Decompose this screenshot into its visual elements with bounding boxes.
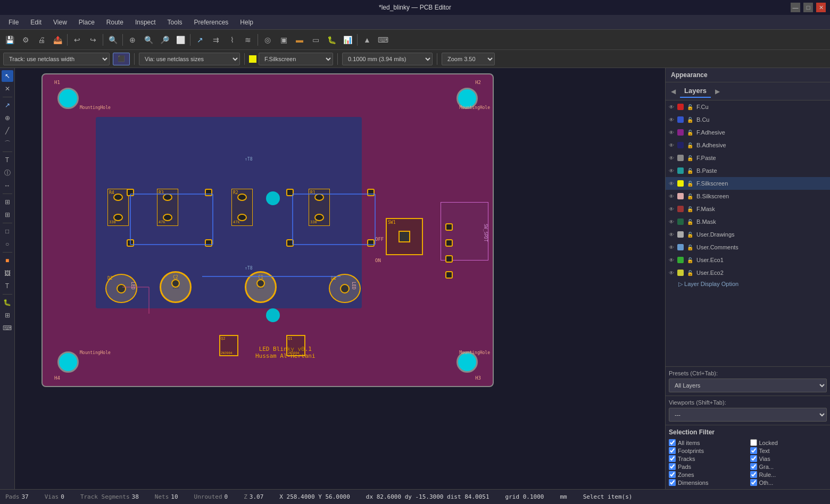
sf-other-check[interactable] bbox=[750, 479, 757, 486]
layer-row-fadhesive[interactable]: 👁 🔓 F.Adhesive bbox=[666, 126, 830, 139]
track-width-select[interactable]: Track: use netclass width bbox=[3, 53, 110, 65]
board-setup-icon[interactable]: ⚙ bbox=[18, 32, 33, 47]
viewports-select[interactable]: --- bbox=[669, 408, 827, 422]
fadhesive-lock[interactable]: 🔓 bbox=[687, 130, 693, 136]
fcu-visibility[interactable]: 👁 bbox=[669, 104, 674, 110]
layer-row-bmask[interactable]: 👁 🔓 B.Mask bbox=[666, 215, 830, 228]
save-icon[interactable]: 💾 bbox=[2, 32, 17, 47]
component-q1[interactable]: Q1 2N3904 bbox=[286, 335, 305, 356]
layers-panel[interactable]: ◀ Layers ▶ 👁 🔓 F.Cu 👁 🔓 B.Cu 👁 🔓 bbox=[666, 82, 830, 366]
ueco1-visibility[interactable]: 👁 bbox=[669, 257, 674, 263]
print-icon[interactable]: 🖨 bbox=[34, 32, 49, 47]
via-tool[interactable]: ⊕ bbox=[2, 112, 13, 124]
bpaste-lock[interactable]: 🔓 bbox=[687, 168, 693, 174]
bsilk-lock[interactable]: 🔓 bbox=[687, 194, 693, 199]
layer-row-bsilkscreen[interactable]: 👁 🔓 B.Silkscreen bbox=[666, 190, 830, 203]
sf-text[interactable]: Text bbox=[750, 447, 827, 454]
add-label-tool[interactable]: ⓛ bbox=[2, 167, 13, 179]
menu-edit[interactable]: Edit bbox=[25, 17, 47, 28]
route-diff-icon[interactable]: ⇉ bbox=[209, 32, 223, 47]
menu-tools[interactable]: Tools bbox=[162, 17, 188, 28]
ueco1-lock[interactable]: 🔓 bbox=[687, 257, 693, 263]
udrawings-visibility[interactable]: 👁 bbox=[669, 232, 674, 238]
ueco2-visibility[interactable]: 👁 bbox=[669, 270, 674, 276]
netinspect-icon[interactable]: 📊 bbox=[340, 32, 355, 47]
sf-footprints[interactable]: Footprints bbox=[669, 447, 746, 454]
track-width-btn[interactable]: ⬛ bbox=[113, 53, 130, 65]
zoom-out-icon[interactable]: 🔎 bbox=[157, 32, 172, 47]
sf-ruleareas[interactable]: Rule... bbox=[750, 471, 827, 478]
layer-row-usereco1[interactable]: 👁 🔓 User.Eco1 bbox=[666, 254, 830, 266]
menu-route[interactable]: Route bbox=[101, 17, 129, 28]
sf-dimensions[interactable]: Dimensions bbox=[669, 479, 746, 486]
minimize-button[interactable]: — bbox=[791, 3, 800, 12]
add-via-icon[interactable]: ◎ bbox=[260, 32, 275, 47]
bcu-visibility[interactable]: 👁 bbox=[669, 117, 674, 123]
menu-place[interactable]: Place bbox=[73, 17, 100, 28]
fsilk-visibility[interactable]: 👁 bbox=[669, 181, 674, 187]
component-r2[interactable]: R2 47k bbox=[231, 189, 253, 226]
draw-circle-tool[interactable]: ○ bbox=[2, 238, 13, 250]
component-r3[interactable]: R3 47k bbox=[157, 189, 178, 226]
zoom-in-icon[interactable]: 🔍 bbox=[141, 32, 156, 47]
measure-tool[interactable]: ↔ bbox=[2, 180, 13, 191]
bmask-visibility[interactable]: 👁 bbox=[669, 219, 674, 225]
menu-preferences[interactable]: Preferences bbox=[189, 17, 234, 28]
add-footprint-tool[interactable]: ⊞ bbox=[2, 196, 13, 208]
scripting-console-tool[interactable]: ⌨ bbox=[2, 322, 13, 334]
layer-display-option[interactable]: ▷ Layer Display Option bbox=[666, 279, 830, 289]
layer-row-fsilkscreen[interactable]: 👁 🔓 F.Silkscreen bbox=[666, 177, 830, 190]
dimension-tool[interactable]: T bbox=[2, 280, 13, 292]
bpaste-visibility[interactable]: 👁 bbox=[669, 168, 674, 174]
component-q2[interactable]: Q2 2N3904 bbox=[219, 335, 238, 356]
fcu-lock[interactable]: 🔓 bbox=[687, 104, 693, 110]
cross-tool[interactable]: ✕ bbox=[2, 83, 13, 95]
canvas-area[interactable]: H1 H2 H4 H3 MountingHole MountingHole Mo… bbox=[15, 68, 665, 489]
bcu-lock[interactable]: 🔓 bbox=[687, 117, 693, 123]
sf-vias-check[interactable] bbox=[750, 455, 757, 462]
scripting-icon[interactable]: ⌨ bbox=[376, 32, 391, 47]
drc-tool[interactable]: 🐛 bbox=[2, 297, 13, 308]
layer-row-fcu[interactable]: 👁 🔓 F.Cu bbox=[666, 100, 830, 113]
layer-row-bpaste[interactable]: 👁 🔓 B.Paste bbox=[666, 164, 830, 177]
sf-pads-check[interactable] bbox=[669, 463, 676, 470]
menu-file[interactable]: File bbox=[3, 17, 24, 28]
grid-settings-tool[interactable]: ⊞ bbox=[2, 309, 13, 321]
menu-inspect[interactable]: Inspect bbox=[130, 17, 161, 28]
ucomments-visibility[interactable]: 👁 bbox=[669, 245, 674, 250]
draw-line-tool[interactable]: ╱ bbox=[2, 125, 13, 137]
fill-zones-icon[interactable]: ▬ bbox=[292, 32, 307, 47]
component-r1[interactable]: R1 330 bbox=[309, 189, 330, 226]
layer-row-fpaste[interactable]: 👁 🔓 F.Paste bbox=[666, 152, 830, 164]
select-tool[interactable]: ↖ bbox=[2, 70, 13, 82]
udrawings-lock[interactable]: 🔓 bbox=[687, 232, 693, 238]
presets-select[interactable]: All Layers Inner Copper Layers Front Lay… bbox=[669, 379, 827, 392]
badhesive-visibility[interactable]: 👁 bbox=[669, 142, 674, 148]
tab-layers[interactable]: Layers bbox=[680, 85, 711, 98]
component-sw1[interactable]: SW1 bbox=[386, 218, 423, 255]
bsilk-visibility[interactable]: 👁 bbox=[669, 194, 674, 199]
image-tool[interactable]: 🖼 bbox=[2, 267, 13, 279]
plot-icon[interactable]: 📤 bbox=[50, 32, 65, 47]
sf-locked-check[interactable] bbox=[750, 439, 757, 446]
add-text-tool[interactable]: T bbox=[2, 154, 13, 166]
fsilk-lock[interactable]: 🔓 bbox=[687, 181, 693, 187]
route-tracks-icon[interactable]: ↗ bbox=[193, 32, 208, 47]
sf-graphics[interactable]: Gra... bbox=[750, 463, 827, 470]
sf-allitems-check[interactable] bbox=[669, 439, 676, 446]
pcb-board[interactable]: H1 H2 H4 H3 MountingHole MountingHole Mo… bbox=[42, 73, 494, 387]
layer-row-usercomments[interactable]: 👁 🔓 User.Comments bbox=[666, 241, 830, 254]
sf-locked[interactable]: Locked bbox=[750, 439, 827, 446]
menu-view[interactable]: View bbox=[48, 17, 72, 28]
layer-row-usereco2[interactable]: 👁 🔓 User.Eco2 bbox=[666, 266, 830, 279]
draw-rect-tool[interactable]: □ bbox=[2, 225, 13, 237]
close-button[interactable]: ✕ bbox=[816, 3, 826, 12]
sf-text-check[interactable] bbox=[750, 447, 757, 454]
grid-tool[interactable]: ⊞ bbox=[2, 209, 13, 221]
component-r4[interactable]: R4 330 bbox=[107, 189, 129, 226]
sf-dimensions-check[interactable] bbox=[669, 479, 676, 486]
fadhesive-visibility[interactable]: 👁 bbox=[669, 130, 674, 136]
fmask-lock[interactable]: 🔓 bbox=[687, 206, 693, 212]
component-c1[interactable]: C1 10u bbox=[245, 271, 277, 303]
tune-icon[interactable]: ⌇ bbox=[225, 32, 239, 47]
